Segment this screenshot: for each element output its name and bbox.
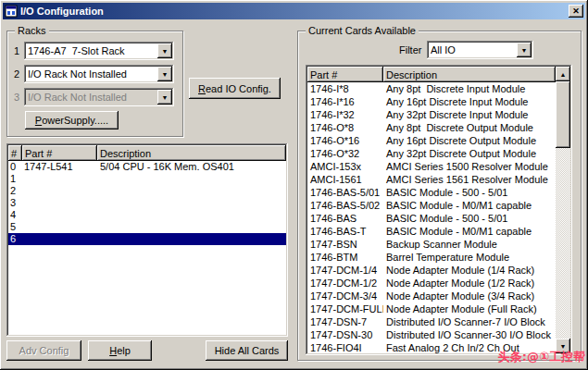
slot-col-header-number[interactable]: # (8, 145, 22, 161)
close-icon: ✕ (572, 7, 580, 16)
card-row[interactable]: AMCI-1561AMCI Series 1561 Resolver Modul… (307, 173, 556, 186)
rack-3-value: I/O Rack Not Installed (28, 91, 156, 104)
scroll-thumb[interactable] (556, 81, 570, 148)
current-cards-group-label: Current Cards Available (306, 25, 419, 37)
rack-number: 2 (14, 68, 24, 80)
rack-1-select[interactable]: 1746-A7 7-Slot Rack▼ (24, 42, 174, 60)
slot-table-row[interactable]: 4 (8, 209, 286, 221)
read-io-config-button[interactable]: Read IO Config. (189, 78, 281, 99)
card-row[interactable]: 1747-BSNBackup Scanner Module (307, 238, 556, 251)
card-row[interactable]: 1746-BAS-TBASIC Module - M0/M1 capable (307, 225, 556, 238)
watermark: 头条:@①工控帮 (498, 349, 585, 365)
help-button[interactable]: Help (88, 340, 152, 361)
card-row[interactable]: 1746-I*8Any 8pt Discrete Input Module (307, 82, 556, 95)
cards-table-main: Part # Description 1746-I*8Any 8pt Discr… (307, 67, 556, 353)
close-button[interactable]: ✕ (569, 5, 583, 18)
card-row[interactable]: 1747-DCM-1/4Node Adapter Module (1/4 Rac… (307, 264, 556, 277)
card-row[interactable]: 1746-I*32Any 32pt Discrete Input Module (307, 108, 556, 121)
power-supply-button[interactable]: PowerSupply..... (25, 111, 119, 130)
card-row[interactable]: 1746-O*8Any 8pt Discrete Output Module (307, 121, 556, 134)
slot-col-header-part[interactable]: Part # (22, 145, 97, 161)
slot-table: # Part # Description 01747-L5415/04 CPU … (6, 143, 288, 337)
cards-scrollbar[interactable]: ▲ ▼ (556, 67, 570, 353)
rack-slot-row-2: 2I/O Rack Not Installed▼ (14, 65, 174, 83)
chevron-down-icon: ▼ (521, 47, 528, 54)
slot-table-row[interactable]: 1 (8, 173, 286, 185)
rack-3-select: I/O Rack Not Installed▼ (24, 88, 174, 106)
card-row[interactable]: 1747-DCM-3/4Node Adapter Module (3/4 Rac… (307, 290, 556, 302)
filter-select[interactable]: All IO ▼ (427, 41, 533, 59)
card-row[interactable]: 1747-DSN-30Distributed I/O Scanner-30 I/… (307, 328, 556, 341)
slot-table-row[interactable]: 6 (8, 233, 286, 245)
card-row[interactable]: AMCI-153xAMCI Series 1500 Resolver Modul… (307, 160, 556, 173)
slot-table-row[interactable]: 01747-L5415/04 CPU - 16K Mem. OS401 (8, 161, 286, 173)
card-row[interactable]: 1746-O*16Any 16pt Discrete Output Module (307, 134, 556, 147)
arrow-up-icon: ▲ (560, 71, 567, 78)
rack-1-dropdown-button[interactable]: ▼ (157, 43, 172, 58)
hide-all-cards-button[interactable]: Hide All Cards (206, 340, 288, 361)
rack-1-value: 1746-A7 7-Slot Rack (28, 44, 156, 57)
rack-number: 3 (14, 92, 24, 103)
card-row[interactable]: 1746-BAS-5/01BASIC Module - 500 - 5/01 (307, 186, 556, 199)
cards-table-body: 1746-I*8Any 8pt Discrete Input Module174… (307, 82, 556, 353)
card-row[interactable]: 1747-DCM-FULLNode Adapter Module (Full R… (307, 302, 556, 315)
rack-slot-row-1: 11746-A7 7-Slot Rack▼ (14, 42, 174, 60)
io-configuration-window: I/O Configuration ✕ Racks 11746-A7 7-Slo… (0, 0, 588, 370)
cards-col-header-description[interactable]: Description (383, 67, 556, 82)
chevron-down-icon: ▼ (162, 71, 169, 78)
racks-group: Racks 11746-A7 7-Slot Rack▼2I/O Rack Not… (6, 31, 183, 137)
cards-table-header: Part # Description (307, 67, 556, 82)
rack-number: 1 (14, 45, 24, 56)
card-row[interactable]: 1746-O*32Any 32pt Discrete Output Module (307, 147, 556, 160)
filter-dropdown-button[interactable]: ▼ (517, 43, 532, 57)
card-row[interactable]: 1747-DCM-1/2Node Adapter Module (1/2 Rac… (307, 277, 556, 290)
adv-config-button: Adv Config (6, 340, 81, 361)
rack-2-dropdown-button[interactable]: ▼ (157, 67, 172, 81)
slot-table-row[interactable]: 3 (8, 197, 286, 209)
chevron-down-icon: ▼ (162, 94, 169, 101)
slot-table-row[interactable]: 5 (8, 221, 286, 233)
rack-slot-row-3: 3I/O Rack Not Installed▼ (14, 88, 174, 106)
rack-2-value: I/O Rack Not Installed (28, 68, 156, 80)
card-row[interactable]: 1746-BASBASIC Module - 500 - 5/01 (307, 212, 556, 225)
window-title: I/O Configuration (20, 5, 566, 18)
cards-table: Part # Description 1746-I*8Any 8pt Discr… (306, 65, 572, 355)
slot-table-header: # Part # Description (8, 145, 286, 161)
racks-group-label: Racks (15, 25, 49, 37)
card-row[interactable]: 1746-BTMBarrel Temperature Module (307, 251, 556, 264)
rack-3-dropdown-button: ▼ (157, 90, 172, 105)
filter-value: All IO (431, 43, 515, 56)
rack-rows: 11746-A7 7-Slot Rack▼2I/O Rack Not Insta… (14, 42, 174, 106)
cards-col-header-part[interactable]: Part # (307, 67, 383, 82)
card-row[interactable]: 1746-I*16Any 16pt Discrete Input Module (307, 95, 556, 108)
card-row[interactable]: 1746-BAS-5/02BASIC Module - M0/M1 capabl… (307, 199, 556, 212)
card-row[interactable]: 1747-DSN-7Distributed I/O Scanner-7 I/O … (307, 315, 556, 328)
slot-col-header-description[interactable]: Description (97, 145, 286, 161)
filter-label: Filter (399, 44, 421, 56)
app-icon (5, 5, 18, 18)
slot-table-body: 01747-L5415/04 CPU - 16K Mem. OS40112345… (8, 161, 286, 335)
scroll-up-button[interactable]: ▲ (556, 67, 570, 81)
slot-table-row[interactable]: 2 (8, 185, 286, 197)
title-bar[interactable]: I/O Configuration ✕ (3, 3, 585, 19)
rack-2-select[interactable]: I/O Rack Not Installed▼ (24, 65, 174, 83)
chevron-down-icon: ▼ (162, 48, 169, 55)
